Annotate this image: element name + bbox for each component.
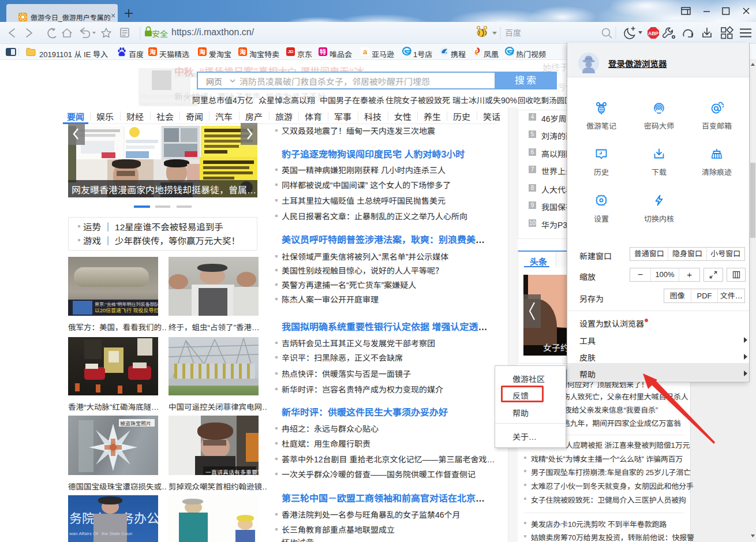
svg-text:百度: 百度 (505, 27, 521, 38)
svg-text:ABP: ABP (648, 31, 658, 36)
